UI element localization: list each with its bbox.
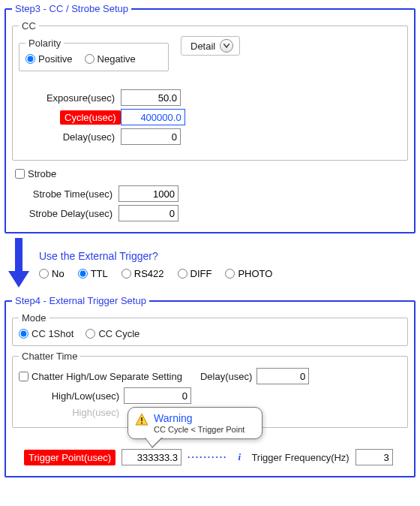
ext-opt-photo-radio[interactable]	[225, 269, 235, 279]
strobe-checkbox[interactable]: Strobe	[15, 168, 56, 179]
chatter-separate-label: Chatter High/Low Separate Setting	[32, 371, 182, 382]
ext-opt-no-radio[interactable]	[39, 269, 49, 279]
chatter-delay-input[interactable]	[256, 368, 309, 384]
polarity-positive[interactable]: Positive	[26, 53, 73, 65]
ext-trigger-question-text: Use the External Trigger?	[39, 250, 272, 262]
polarity-title: Polarity	[26, 38, 64, 49]
detail-expander[interactable]: Detail	[181, 36, 240, 56]
ext-opt-no-label: No	[52, 268, 64, 279]
cycle-input[interactable]	[121, 109, 185, 125]
mode-cc1shot[interactable]: CC 1Shot	[19, 328, 74, 339]
trigger-point-input[interactable]	[122, 449, 182, 465]
chevron-down-icon[interactable]	[220, 39, 233, 53]
strobe-checkbox-label: Strobe	[28, 168, 56, 179]
trigger-point-label: Trigger Point(usec)	[24, 450, 116, 465]
polarity-negative-radio[interactable]	[85, 54, 94, 64]
trigger-freq-label: Trigger Frequency(Hz)	[251, 452, 349, 463]
polarity-negative-label: Negative	[98, 53, 136, 65]
mode-cccycle-radio[interactable]	[86, 329, 95, 339]
chatter-highlow-label: High/Low(usec)	[41, 390, 124, 402]
tooltip-message: CC Cycle < Trigger Point	[154, 425, 254, 434]
ext-opt-rs422-radio[interactable]	[122, 269, 131, 279]
cycle-label: Cycle(usec)	[60, 110, 121, 125]
step3-title: Step3 - CC / Strobe Setup	[12, 3, 131, 14]
ext-opt-rs422[interactable]: RS422	[122, 268, 164, 279]
strobe-checkbox-input[interactable]	[15, 169, 25, 179]
strobe-delay-input[interactable]	[118, 205, 178, 221]
polarity-positive-label: Positive	[38, 53, 73, 65]
delay-label: Delay(usec)	[23, 131, 121, 143]
mode-cc1shot-label: CC 1Shot	[32, 328, 74, 339]
chatter-separate-checkbox-input[interactable]	[19, 372, 28, 381]
ext-opt-diff[interactable]: DIFF	[178, 268, 212, 279]
step4-group: Step4 - External Trigger Setup Mode CC 1…	[4, 295, 416, 477]
svg-rect-1	[141, 423, 142, 424]
ext-opt-ttl-radio[interactable]	[78, 269, 88, 279]
chatter-separate-checkbox[interactable]: Chatter High/Low Separate Setting	[19, 371, 182, 382]
mode-cccycle-label: CC Cycle	[98, 328, 140, 339]
ext-opt-diff-label: DIFF	[190, 268, 212, 279]
ext-opt-photo[interactable]: PHOTO	[225, 268, 272, 279]
cc-group: CC Polarity Positive Negative Detail	[12, 20, 408, 161]
warning-tooltip: Warning CC Cycle < Trigger Point	[128, 407, 262, 439]
ext-opt-rs422-label: RS422	[134, 268, 164, 279]
strobe-delay-label: Strobe Delay(usec)	[14, 208, 118, 219]
polarity-group: Polarity Positive Negative	[19, 38, 169, 71]
info-icon: i	[233, 451, 245, 463]
polarity-negative[interactable]: Negative	[85, 53, 136, 65]
mode-cccycle[interactable]: CC Cycle	[86, 328, 140, 339]
ext-opt-photo-label: PHOTO	[238, 268, 272, 279]
polarity-positive-radio[interactable]	[26, 54, 35, 64]
ext-opt-diff-radio[interactable]	[178, 269, 188, 279]
strobe-time-input[interactable]	[118, 185, 178, 202]
strobe-time-label: Strobe Time(usec)	[14, 188, 118, 200]
svg-rect-0	[141, 417, 142, 421]
ext-opt-no[interactable]: No	[39, 268, 64, 279]
step3-group: Step3 - CC / Strobe Setup CC Polarity Po…	[4, 3, 416, 233]
exposure-label: Exposure(usec)	[23, 92, 121, 104]
chatter-highlow-input[interactable]	[124, 387, 191, 404]
external-trigger-question: Use the External Trigger? No TTL RS422 D…	[6, 238, 414, 291]
exposure-input[interactable]	[121, 89, 181, 106]
detail-label: Detail	[190, 41, 215, 52]
cc-title: CC	[19, 20, 39, 32]
step4-title: Step4 - External Trigger Setup	[12, 295, 149, 306]
link-dots: ··········	[188, 452, 227, 462]
chatter-delay-label: Delay(usec)	[200, 371, 252, 382]
ext-opt-ttl-label: TTL	[91, 268, 108, 279]
chatter-title: Chatter Time	[19, 351, 80, 362]
delay-input[interactable]	[121, 128, 181, 145]
tooltip-title: Warning	[154, 412, 254, 424]
mode-title: Mode	[19, 312, 50, 324]
mode-group: Mode CC 1Shot CC Cycle	[12, 312, 408, 346]
mode-cc1shot-radio[interactable]	[19, 329, 28, 339]
ext-opt-ttl[interactable]: TTL	[78, 268, 108, 279]
warning-icon	[134, 412, 149, 427]
trigger-freq-input[interactable]	[356, 449, 393, 465]
trigger-row: Warning CC Cycle < Trigger Point Trigger…	[24, 449, 408, 465]
chatter-high-disabled-label: High(usec)	[41, 407, 124, 418]
arrow-down-icon	[6, 238, 32, 291]
